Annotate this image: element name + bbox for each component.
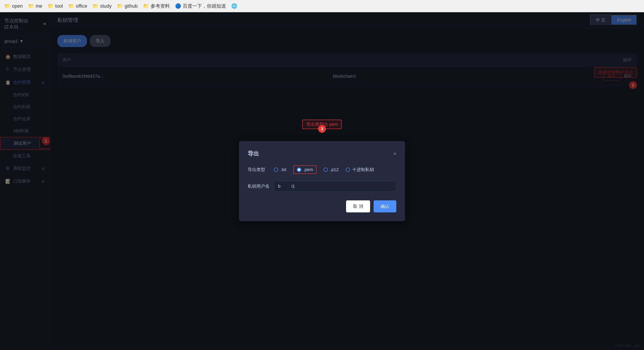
radio-btn-hex <box>346 168 350 172</box>
tab-study[interactable]: 📁 study <box>92 3 112 9</box>
radio-btn-txt <box>274 168 278 172</box>
baidu-icon: 🔵 <box>175 3 181 9</box>
tab-baidu[interactable]: 🔵 百度一下，你就知道 <box>175 3 226 10</box>
cancel-button[interactable]: 取 消 <box>346 200 370 212</box>
export-modal: 导出类型位 pem 3 导出 × 导出类型 .txt <box>239 141 405 221</box>
modal-close-button[interactable]: × <box>393 151 396 157</box>
globe-icon: 🌐 <box>231 3 237 9</box>
radio-option-hex[interactable]: 十进制私钥 <box>346 167 374 173</box>
badge-3: 3 <box>318 125 326 133</box>
tab-github[interactable]: 📁 github <box>117 3 138 9</box>
radio-btn-p12 <box>324 168 328 172</box>
radio-group-export-type: .txt .pem .p12 <box>274 165 374 174</box>
export-type-field: 导出类型 .txt .pem <box>248 165 396 174</box>
modal-footer: 取 消 确认 <box>248 200 396 212</box>
tab-me[interactable]: 📁 me <box>28 3 42 9</box>
browser-bar: 📁 open 📁 me 📁 tool 📁 office 📁 study 📁 gi… <box>0 0 644 12</box>
folder-icon: 📁 <box>143 3 149 9</box>
folder-icon: 📁 <box>92 3 98 9</box>
confirm-button[interactable]: 确认 <box>374 200 396 212</box>
radio-btn-pem <box>297 168 301 172</box>
tab-open[interactable]: 📁 open <box>4 3 23 9</box>
folder-icon: 📁 <box>4 3 10 9</box>
tab-globe[interactable]: 🌐 <box>231 3 237 9</box>
tab-office[interactable]: 📁 office <box>68 3 87 9</box>
modal-title: 导出 <box>248 150 259 158</box>
modal-header: 导出 × <box>248 150 396 158</box>
modal-overlay: 导出类型位 pem 3 导出 × 导出类型 .txt <box>0 12 644 350</box>
username-input[interactable] <box>274 181 396 192</box>
folder-icon: 📁 <box>68 3 74 9</box>
folder-icon: 📁 <box>28 3 34 9</box>
username-field: 私钥用户名 <box>248 181 396 192</box>
radio-option-pem[interactable]: .pem <box>293 165 316 174</box>
folder-icon: 📁 <box>48 3 54 9</box>
tab-reference[interactable]: 📁 参考资料 <box>143 3 170 10</box>
radio-option-p12[interactable]: .p12 <box>324 167 338 172</box>
radio-option-txt[interactable]: .txt <box>274 167 286 172</box>
tab-tool[interactable]: 📁 tool <box>48 3 63 9</box>
folder-icon: 📁 <box>117 3 123 9</box>
export-type-label: 导出类型 <box>248 167 270 173</box>
username-label: 私钥用户名 <box>248 183 270 189</box>
